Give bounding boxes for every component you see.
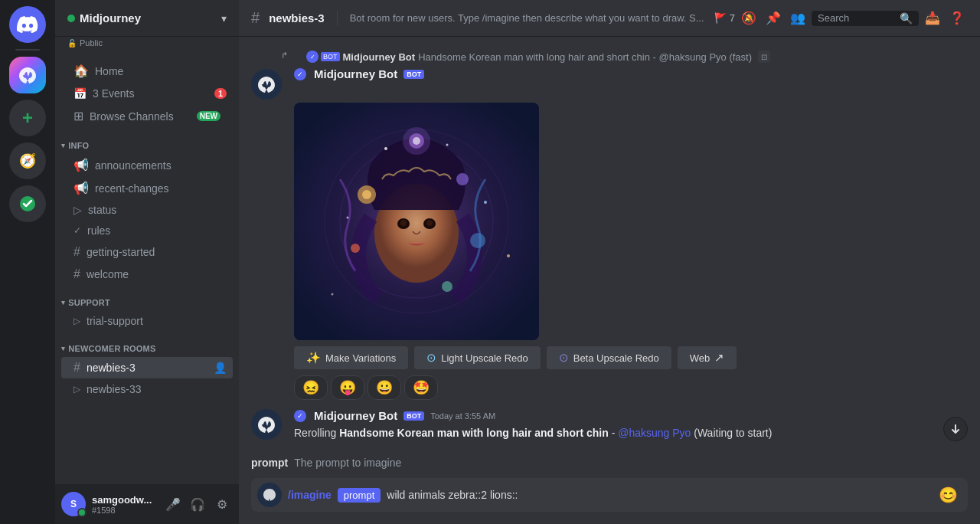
prompt-label: prompt — [251, 457, 288, 469]
action-buttons: ✨ Make Variations ⊙ Light Upscale Redo ⊙… — [282, 346, 980, 369]
category-support[interactable]: ▾ SUPPORT — [55, 286, 239, 310]
chevron-icon: ▾ — [61, 142, 65, 149]
channel-trial-support[interactable]: ▷ trial-support — [61, 311, 233, 331]
midjourney-server-icon[interactable] — [9, 57, 46, 93]
emoji-icon: 😊 — [939, 486, 958, 504]
bot-avatar[interactable] — [251, 69, 282, 100]
nav-events-label: 3 Events — [93, 87, 134, 100]
svg-point-18 — [446, 144, 449, 146]
slash-command: /imagine — [285, 486, 335, 504]
pin-button[interactable]: 📌 — [763, 8, 784, 29]
channel-recent-changes[interactable]: 📢 recent-changes — [61, 177, 233, 199]
external-link-icon: ↗ — [714, 351, 724, 365]
sidebar-item-events[interactable]: 📅 3 Events 1 — [61, 84, 233, 103]
channel-status[interactable]: ▷ status — [61, 200, 233, 220]
server-name-text: Midjourney — [80, 11, 141, 25]
reaction-btn-2[interactable]: 😛 — [331, 375, 364, 400]
svg-point-1 — [254, 72, 279, 97]
add-server-button[interactable]: + — [9, 100, 46, 136]
settings-button[interactable]: ⚙ — [211, 493, 233, 515]
nitro-button[interactable] — [9, 185, 46, 222]
message-group-2: ✓ Midjourney Bot BOT Today at 3:55 AM Re… — [239, 406, 980, 444]
help-button[interactable]: ❓ — [946, 8, 968, 29]
svg-point-14 — [470, 233, 485, 248]
channel-topic: Bot room for new users. Type /imagine th… — [350, 12, 705, 24]
scroll-to-bottom-button[interactable] — [943, 417, 968, 441]
members-button[interactable]: 👥 — [787, 8, 808, 29]
svg-point-10 — [426, 220, 433, 226]
web-button[interactable]: Web ↗ — [678, 346, 737, 369]
category-info[interactable]: ▾ INFO — [55, 129, 239, 153]
light-upscale-label: Light Upscale Redo — [441, 352, 528, 364]
header-divider — [337, 11, 338, 26]
reaction-btn-3[interactable]: 😀 — [368, 375, 401, 400]
server-divider — [15, 49, 40, 51]
sidebar-item-browse[interactable]: ⊞ Browse Channels NEW — [61, 104, 233, 128]
web-label: Web — [690, 352, 710, 364]
reaction-buttons: 😖 😛 😀 🤩 — [282, 375, 980, 400]
search-input[interactable] — [818, 12, 895, 24]
user-controls: 🎤 🎧 ⚙ — [162, 493, 233, 515]
reaction-btn-4[interactable]: 🤩 — [404, 375, 438, 400]
user-mention[interactable]: @haksung Pyo — [618, 427, 691, 439]
channel-announcements[interactable]: 📢 announcements — [61, 154, 233, 176]
channel-newbies-3[interactable]: # newbies-3 👤 — [61, 357, 233, 378]
sidebar-item-home[interactable]: 🏠 Home — [61, 59, 233, 83]
beta-upscale-icon: ⊙ — [559, 351, 569, 365]
emoji-button[interactable]: 😊 — [934, 481, 962, 509]
svg-point-22 — [332, 293, 334, 296]
home-icon: 🏠 — [74, 64, 89, 78]
category-newcomer-rooms[interactable]: ▾ NEWCOMER ROOMS — [55, 332, 239, 356]
reaction-emoji-3: 😀 — [376, 379, 393, 396]
make-variations-button[interactable]: ✨ Make Variations — [294, 346, 408, 369]
channel-label: announcements — [95, 159, 172, 172]
search-icon: 🔍 — [900, 12, 913, 25]
message-username-2[interactable]: Midjourney Bot — [314, 409, 397, 422]
channel-rules[interactable]: ✓ rules — [61, 221, 233, 241]
server-name: Midjourney — [67, 11, 141, 25]
bot-badge-2: BOT — [403, 411, 424, 421]
headset-button[interactable]: 🎧 — [187, 493, 208, 515]
verify-icon: ✓ — [294, 68, 306, 80]
category-newcomer-label: NEWCOMER ROOMS — [68, 344, 155, 353]
server-header[interactable]: Midjourney ▾ — [55, 0, 239, 37]
make-variations-label: Make Variations — [325, 352, 396, 364]
header-icons: 🚩 7 🔕 📌 👥 🔍 📥 ❓ — [714, 8, 968, 29]
message-input[interactable] — [384, 486, 934, 504]
bot-badge: BOT — [403, 70, 424, 79]
reaction-emoji-4: 🤩 — [413, 379, 430, 396]
beta-upscale-redo-button[interactable]: ⊙ Beta Upscale Redo — [547, 346, 671, 369]
discord-button[interactable] — [9, 6, 46, 43]
message-content-2: ✓ Midjourney Bot BOT Today at 3:55 AM Re… — [294, 409, 968, 441]
bot-avatar-2[interactable] — [251, 409, 282, 440]
channel-getting-started[interactable]: # getting-started — [61, 241, 233, 263]
verify-icon-2: ✓ — [294, 410, 306, 422]
reference-content: ✓ BOT Midjourney Bot Handsome Korean man… — [306, 51, 968, 63]
channel-newbies-33[interactable]: ▷ newbies-33 — [61, 379, 233, 399]
user-avatar[interactable]: S — [61, 492, 86, 516]
channel-label: status — [88, 204, 116, 216]
open-link-icon[interactable]: ⊡ — [758, 51, 770, 63]
user-tag: #1598 — [92, 506, 156, 515]
channel-welcome[interactable]: # welcome — [61, 264, 233, 285]
svg-point-20 — [347, 217, 349, 219]
ai-generated-image — [294, 103, 539, 340]
messages-area[interactable]: ↱ ✓ BOT Midjourney Bot Handsome Korean m… — [239, 37, 980, 454]
inbox-button[interactable]: 📥 — [922, 8, 943, 29]
channel-label: rules — [87, 224, 110, 237]
category-support-label: SUPPORT — [68, 298, 110, 307]
svg-point-13 — [456, 173, 469, 185]
mute-button[interactable]: 🔕 — [738, 8, 760, 29]
reaction-emoji-1: 😖 — [302, 379, 319, 396]
reaction-btn-1[interactable]: 😖 — [294, 375, 328, 400]
category-info-label: INFO — [68, 141, 89, 150]
input-area: /imagine prompt 😊 — [239, 472, 980, 524]
megaphone-icon: 📢 — [74, 181, 89, 195]
channel-header-name: newbies-3 — [269, 11, 325, 25]
microphone-button[interactable]: 🎤 — [162, 493, 184, 515]
message-group-1: ✓ Midjourney Bot BOT — [239, 64, 980, 100]
message-username[interactable]: Midjourney Bot — [314, 67, 397, 80]
server-public-label: 🔓 Public — [55, 37, 239, 52]
explore-servers-button[interactable]: 🧭 — [9, 142, 46, 179]
light-upscale-redo-button[interactable]: ⊙ Light Upscale Redo — [414, 346, 540, 369]
